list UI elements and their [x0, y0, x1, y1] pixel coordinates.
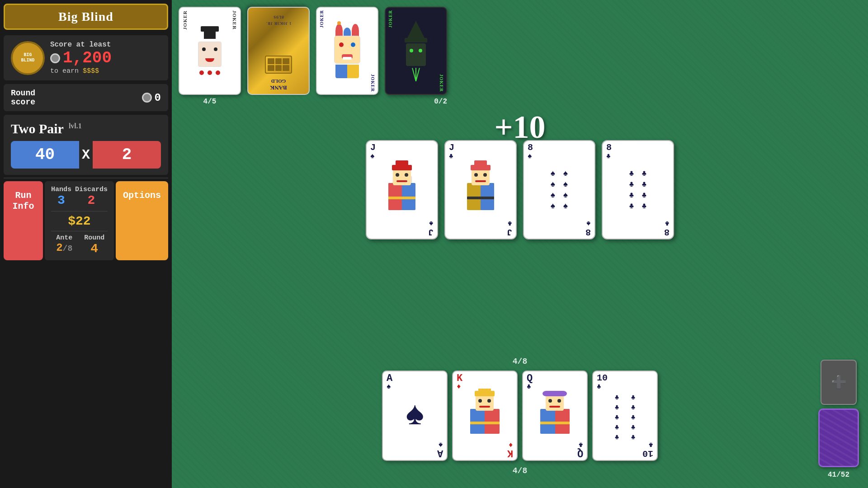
earn-dollars: $$$$ [83, 67, 99, 75]
chip-icon [50, 53, 60, 63]
svg-rect-30 [542, 391, 567, 396]
svg-rect-34 [540, 422, 570, 424]
money-display: $22 [51, 211, 108, 231]
svg-rect-22 [478, 389, 491, 392]
svg-rect-13 [474, 160, 487, 166]
score-chip-icon [142, 93, 152, 103]
mult-value: 2 [93, 141, 161, 169]
svg-rect-17 [467, 197, 494, 199]
svg-rect-25 [479, 406, 490, 408]
divider [4, 178, 168, 178]
svg-rect-33 [549, 406, 560, 408]
svg-point-6 [405, 173, 408, 177]
hand-card-ten[interactable]: 10 ♣ 10 ♣ ♣ ♣ ♣ ♣ ♣ ♣ ♣ ♣ ♣ ♣ [592, 371, 658, 461]
svg-rect-19 [470, 409, 485, 434]
joker-card-3[interactable]: JOKER JOKER [316, 7, 378, 95]
score-at-least-label: Score at least [50, 41, 161, 49]
hand-multipliers: 40 X 2 [11, 141, 161, 169]
played-count-label: 4/8 [513, 357, 527, 366]
hand-count-label: 4/8 [513, 466, 527, 475]
stats-row-1: Hands 3 Discards 2 [51, 186, 108, 207]
round-score-label: Roundscore [11, 89, 137, 107]
joker-slot-1[interactable]: JOKER JOKER [179, 7, 241, 95]
hand-card-queen[interactable]: Q ♣ Q ♣ [522, 371, 588, 461]
sidebar: Big Blind BIG BLIND Score at least 1,200… [0, 0, 172, 488]
svg-rect-11 [472, 169, 490, 185]
joker-slot-4[interactable]: JOKER JOKER [385, 7, 447, 95]
discards-value: 2 [75, 193, 108, 207]
hand-type-box: Two Pair lvl.1 40 X 2 [4, 115, 168, 175]
ante-stat: Ante 2/8 [51, 234, 78, 256]
hands-value: 3 [51, 193, 71, 207]
played-card-eight-spades[interactable]: 8 ♠ 8 ♠ ♠ ♠ ♠ ♠ ♠ ♠ ♠ ♠ [523, 140, 595, 239]
target-score: 1,200 [50, 49, 161, 67]
ante-label: Ante [51, 234, 78, 242]
deck-card[interactable] [818, 408, 859, 467]
hand-type-name: Two Pair lvl.1 [11, 121, 161, 136]
svg-rect-4 [396, 160, 408, 166]
ante-value: 2/8 [51, 242, 78, 254]
discards-stat: Discards 2 [75, 186, 108, 207]
hand-cards-area: A ♠ A ♠ ♠ K ♦ K ♦ [382, 371, 658, 461]
played-card-jack-clubs[interactable]: J ♣ J ♣ [444, 140, 517, 239]
round-value: 4 [81, 242, 108, 256]
x-symbol: X [79, 143, 93, 167]
round-stat: Round 4 [81, 234, 108, 256]
blind-header: Big Blind [4, 4, 168, 30]
joker-count: 4/5 [179, 98, 241, 106]
chips-value: 40 [11, 141, 79, 169]
svg-rect-7 [396, 180, 407, 182]
joker-card-1[interactable]: JOKER JOKER [179, 7, 241, 95]
hand-card-king[interactable]: K ♦ K ♦ [452, 371, 518, 461]
round-score-box: Roundscore 0 [4, 84, 168, 111]
played-card-eight-clubs[interactable]: 8 ♣ 8 ♣ ♣ ♣ ♣ ♣ ♣ ♣ ♣ ♣ [602, 140, 674, 239]
joker-card-2[interactable]: BANK GOLD 1 J0K3R JR. 8L9S [247, 7, 310, 95]
deck-count: 41/52 [828, 471, 849, 479]
discards-label: Discards [75, 186, 108, 193]
svg-rect-8 [388, 197, 415, 199]
consumable-count: 0/2 [434, 98, 447, 106]
svg-point-24 [487, 399, 491, 403]
svg-rect-20 [476, 395, 494, 411]
round-score-value: 0 [142, 92, 161, 104]
voucher-card[interactable]: ➕ [821, 360, 857, 405]
svg-rect-26 [470, 422, 500, 424]
round-label: Round [81, 234, 108, 242]
svg-point-5 [396, 173, 399, 177]
ante-round-row: Ante 2/8 Round 4 [51, 234, 108, 256]
played-cards-area: J ♠ J ♠ 🃏 [366, 140, 674, 239]
svg-rect-29 [546, 395, 564, 411]
svg-point-14 [474, 173, 478, 177]
buttons-row: RunInfo Hands 3 Discards 2 $22 Ante 2/8 [4, 181, 168, 260]
blind-title: Big Blind [58, 9, 113, 23]
blind-coin: BIG BLIND [11, 41, 45, 75]
hands-stat: Hands 3 [51, 186, 71, 207]
deck-area: ➕ 41/52 [818, 360, 859, 479]
hands-label: Hands [51, 186, 71, 193]
stats-panel: Hands 3 Discards 2 $22 Ante 2/8 Round [45, 181, 114, 260]
run-info-button[interactable]: RunInfo [4, 181, 43, 260]
joker-slot-2[interactable]: BANK GOLD 1 J0K3R JR. 8L9S [247, 7, 310, 95]
svg-point-15 [483, 173, 487, 177]
svg-rect-2 [393, 169, 411, 185]
played-card-jack-spades[interactable]: J ♠ J ♠ 🃏 [366, 140, 438, 239]
blind-score-box: BIG BLIND Score at least 1,200 to earn $… [4, 35, 168, 80]
svg-rect-16 [475, 180, 486, 182]
svg-rect-28 [555, 409, 570, 434]
blind-info: Score at least 1,200 to earn $$$$ [50, 41, 161, 75]
joker-card-4[interactable]: JOKER JOKER [385, 7, 447, 95]
joker-slot-3[interactable]: JOKER JOKER [316, 7, 378, 95]
game-area: JOKER JOKER [172, 0, 868, 488]
hand-level: lvl.1 [69, 122, 82, 130]
svg-point-31 [548, 399, 552, 403]
svg-point-23 [478, 399, 482, 403]
svg-point-32 [557, 399, 561, 403]
options-button[interactable]: Options [116, 181, 168, 260]
joker-area: JOKER JOKER [179, 7, 447, 95]
to-earn-label: to earn $$$$ [50, 67, 161, 75]
hand-card-ace[interactable]: A ♠ A ♠ ♠ [382, 371, 448, 461]
